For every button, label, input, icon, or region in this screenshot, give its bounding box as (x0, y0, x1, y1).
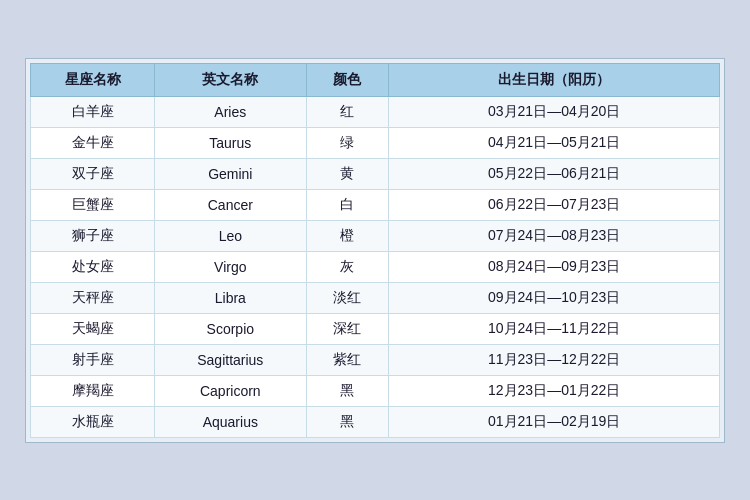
cell-english: Capricorn (155, 375, 307, 406)
cell-date: 11月23日—12月22日 (389, 344, 720, 375)
cell-color: 黑 (306, 406, 389, 437)
cell-color: 深红 (306, 313, 389, 344)
table-row: 狮子座Leo橙07月24日—08月23日 (31, 220, 720, 251)
cell-english: Leo (155, 220, 307, 251)
cell-english: Gemini (155, 158, 307, 189)
cell-chinese: 水瓶座 (31, 406, 155, 437)
cell-color: 淡红 (306, 282, 389, 313)
header-date: 出生日期（阳历） (389, 63, 720, 96)
cell-english: Sagittarius (155, 344, 307, 375)
cell-english: Cancer (155, 189, 307, 220)
cell-color: 紫红 (306, 344, 389, 375)
cell-english: Libra (155, 282, 307, 313)
cell-date: 12月23日—01月22日 (389, 375, 720, 406)
table-header-row: 星座名称 英文名称 颜色 出生日期（阳历） (31, 63, 720, 96)
header-english: 英文名称 (155, 63, 307, 96)
cell-color: 黑 (306, 375, 389, 406)
table-row: 天蝎座Scorpio深红10月24日—11月22日 (31, 313, 720, 344)
cell-chinese: 狮子座 (31, 220, 155, 251)
table-row: 摩羯座Capricorn黑12月23日—01月22日 (31, 375, 720, 406)
cell-date: 10月24日—11月22日 (389, 313, 720, 344)
cell-english: Scorpio (155, 313, 307, 344)
table-row: 金牛座Taurus绿04月21日—05月21日 (31, 127, 720, 158)
table-row: 双子座Gemini黄05月22日—06月21日 (31, 158, 720, 189)
cell-chinese: 天秤座 (31, 282, 155, 313)
cell-color: 橙 (306, 220, 389, 251)
cell-chinese: 射手座 (31, 344, 155, 375)
header-chinese: 星座名称 (31, 63, 155, 96)
cell-chinese: 双子座 (31, 158, 155, 189)
cell-color: 白 (306, 189, 389, 220)
table-row: 白羊座Aries红03月21日—04月20日 (31, 96, 720, 127)
cell-date: 07月24日—08月23日 (389, 220, 720, 251)
cell-date: 08月24日—09月23日 (389, 251, 720, 282)
cell-date: 05月22日—06月21日 (389, 158, 720, 189)
cell-color: 黄 (306, 158, 389, 189)
cell-english: Virgo (155, 251, 307, 282)
cell-chinese: 巨蟹座 (31, 189, 155, 220)
table-row: 天秤座Libra淡红09月24日—10月23日 (31, 282, 720, 313)
zodiac-table-container: 星座名称 英文名称 颜色 出生日期（阳历） 白羊座Aries红03月21日—04… (25, 58, 725, 443)
cell-english: Aries (155, 96, 307, 127)
cell-color: 红 (306, 96, 389, 127)
cell-chinese: 摩羯座 (31, 375, 155, 406)
cell-chinese: 处女座 (31, 251, 155, 282)
cell-chinese: 白羊座 (31, 96, 155, 127)
cell-chinese: 金牛座 (31, 127, 155, 158)
cell-color: 灰 (306, 251, 389, 282)
cell-chinese: 天蝎座 (31, 313, 155, 344)
cell-date: 06月22日—07月23日 (389, 189, 720, 220)
cell-date: 01月21日—02月19日 (389, 406, 720, 437)
zodiac-table: 星座名称 英文名称 颜色 出生日期（阳历） 白羊座Aries红03月21日—04… (30, 63, 720, 438)
cell-english: Taurus (155, 127, 307, 158)
table-row: 射手座Sagittarius紫红11月23日—12月22日 (31, 344, 720, 375)
cell-color: 绿 (306, 127, 389, 158)
cell-date: 09月24日—10月23日 (389, 282, 720, 313)
cell-english: Aquarius (155, 406, 307, 437)
table-row: 水瓶座Aquarius黑01月21日—02月19日 (31, 406, 720, 437)
table-row: 巨蟹座Cancer白06月22日—07月23日 (31, 189, 720, 220)
table-row: 处女座Virgo灰08月24日—09月23日 (31, 251, 720, 282)
cell-date: 04月21日—05月21日 (389, 127, 720, 158)
cell-date: 03月21日—04月20日 (389, 96, 720, 127)
header-color: 颜色 (306, 63, 389, 96)
